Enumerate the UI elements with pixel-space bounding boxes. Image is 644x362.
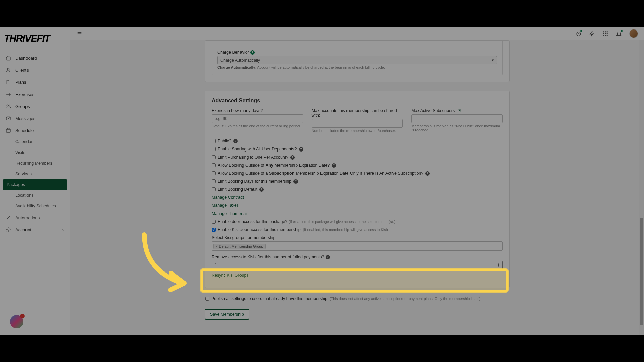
kisi-group-tag[interactable]: × Default Membership Group — [213, 244, 266, 249]
kisi-access-checkbox[interactable] — [212, 228, 216, 232]
check-label: Limit Booking Default — [218, 187, 257, 192]
sidebar-item-automations[interactable]: Automations — [0, 212, 70, 224]
kisi-remove-label: Remove access to Kisi after this number … — [212, 255, 503, 259]
sidebar-label: Dashboard — [15, 56, 37, 61]
sidebar-label: Availability Schedules — [15, 204, 56, 208]
mail-icon — [5, 115, 11, 121]
sidebar-label: Calendar — [15, 139, 33, 144]
svg-point-2 — [7, 105, 8, 106]
sidebar-item-visits[interactable]: Visits — [0, 147, 70, 158]
bell-icon[interactable] — [616, 31, 622, 37]
resync-kisi-link[interactable]: Resync Kisi Groups — [212, 273, 503, 278]
check-label: Enable Kisi door access for this members… — [218, 227, 388, 232]
charge-behavior-select[interactable]: Charge Automatically ▾ — [217, 56, 497, 64]
help-icon[interactable]: ? — [290, 155, 295, 160]
sidebar-item-account[interactable]: Account — [0, 224, 70, 236]
help-icon[interactable]: ? — [233, 139, 238, 143]
allow-sub-checkbox-row: Allow Booking Outside of a Subscription … — [212, 171, 503, 176]
limit-days-checkbox[interactable] — [212, 179, 216, 183]
sidebar-label: Plans — [15, 80, 26, 85]
timer-icon[interactable] — [576, 31, 582, 37]
calendar-icon — [5, 127, 11, 133]
chevron-down-icon — [61, 129, 65, 132]
allow-any-checkbox-row: Allow Booking Outside of Any Membership … — [212, 163, 503, 168]
allow-any-checkbox[interactable] — [212, 163, 216, 167]
svg-rect-9 — [605, 31, 606, 32]
check-label: Limit Purchasing to One Per Account? — [218, 155, 288, 160]
help-icon[interactable]: ? — [326, 255, 330, 259]
sidebar-item-availability[interactable]: Availability Schedules — [0, 201, 70, 212]
sidebar-label: Recurring Members — [15, 161, 52, 166]
clipboard-icon — [5, 79, 11, 85]
public-checkbox-row: Public? ? — [212, 139, 503, 143]
scrollbar[interactable] — [639, 40, 644, 335]
sidebar-item-locations[interactable]: Locations — [0, 190, 70, 201]
svg-rect-5 — [6, 129, 10, 132]
kisi-failed-payments-select[interactable]: 1 ▲▼ — [212, 261, 503, 269]
people-icon — [5, 103, 11, 109]
max-accounts-input[interactable] — [312, 119, 403, 128]
help-widget[interactable]: 5 — [10, 315, 23, 328]
save-membership-button[interactable]: Save Membership — [205, 309, 249, 320]
bolt-icon[interactable] — [589, 31, 595, 37]
sidebar-label: Account — [15, 227, 31, 232]
sidebar-label: Messages — [15, 116, 35, 121]
manage-contract-link[interactable]: Manage Contract — [212, 195, 503, 200]
svg-point-0 — [7, 68, 9, 70]
svg-rect-12 — [605, 33, 606, 34]
door-access-checkbox[interactable] — [212, 220, 216, 224]
expires-input[interactable] — [212, 114, 303, 123]
dropdown-caret-icon: ▾ — [492, 58, 494, 63]
svg-rect-15 — [605, 35, 606, 36]
kisi-groups-select[interactable]: × Default Membership Group — [212, 241, 503, 251]
kisi-groups-label: Select Kisi groups for membership: — [212, 235, 503, 240]
avatar[interactable] — [629, 29, 638, 38]
sidebar-item-groups[interactable]: Groups — [0, 100, 70, 112]
sidebar-item-services[interactable]: Services — [0, 169, 70, 179]
public-checkbox[interactable] — [212, 139, 216, 143]
publish-checkbox[interactable] — [205, 297, 209, 301]
dumbbell-icon — [5, 91, 11, 97]
sidebar-item-messages[interactable]: Messages — [0, 112, 70, 124]
sidebar-item-plans[interactable]: Plans — [0, 76, 70, 88]
sidebar-label: Services — [15, 172, 32, 176]
sidebar-item-dashboard[interactable]: Dashboard — [0, 52, 70, 64]
charge-hint: Charge Automatically: Account will be au… — [217, 65, 497, 69]
max-subscribers-hint: Membership is marked as "Not Public" onc… — [411, 124, 503, 132]
sharing-checkbox[interactable] — [212, 147, 216, 151]
help-icon[interactable]: ? — [293, 179, 298, 184]
sidebar-item-packages[interactable]: Packages — [3, 179, 67, 190]
help-icon[interactable]: ? — [299, 147, 303, 152]
limit-default-checkbox[interactable] — [212, 187, 216, 191]
home-icon — [5, 55, 11, 61]
sidebar-item-exercises[interactable]: Exercises — [0, 88, 70, 100]
help-icon[interactable]: ? — [259, 187, 264, 192]
sidebar-item-clients[interactable]: Clients — [0, 64, 70, 76]
sidebar-label: Clients — [15, 68, 29, 73]
max-accounts-hint: Number includes the membership owner/pur… — [312, 129, 403, 133]
wand-icon — [5, 215, 11, 221]
max-subscribers-input[interactable] — [411, 114, 503, 123]
check-label: Public? — [218, 139, 231, 143]
sidebar-label: Packages — [7, 182, 25, 187]
limit-default-checkbox-row: Limit Booking Default ? — [212, 187, 503, 192]
help-icon[interactable]: ? — [250, 50, 255, 55]
menu-toggle-icon[interactable] — [76, 31, 83, 36]
manage-taxes-link[interactable]: Manage Taxes — [212, 203, 503, 208]
widget-count: 5 — [20, 314, 25, 318]
scrollbar-thumb[interactable] — [640, 218, 643, 325]
sidebar-item-calendar[interactable]: Calendar — [0, 136, 70, 147]
svg-rect-14 — [603, 35, 604, 36]
manage-thumbnail-link[interactable]: Manage Thumbnail — [212, 211, 503, 216]
grid-icon[interactable] — [602, 31, 608, 37]
check-label: Publish all settings to users that alrea… — [211, 296, 481, 301]
external-link-icon[interactable] — [457, 109, 461, 113]
help-icon[interactable]: ? — [332, 163, 336, 168]
brand-logo: THRIVEFIT — [0, 27, 70, 48]
check-label: Allow Booking Outside of a Subscription … — [218, 171, 423, 176]
limit-one-checkbox[interactable] — [212, 155, 216, 159]
help-icon[interactable]: ? — [425, 171, 430, 176]
sidebar-item-recurring-members[interactable]: Recurring Members — [0, 158, 70, 169]
allow-sub-checkbox[interactable] — [212, 171, 216, 175]
sidebar-item-schedule[interactable]: Schedule — [0, 124, 70, 136]
